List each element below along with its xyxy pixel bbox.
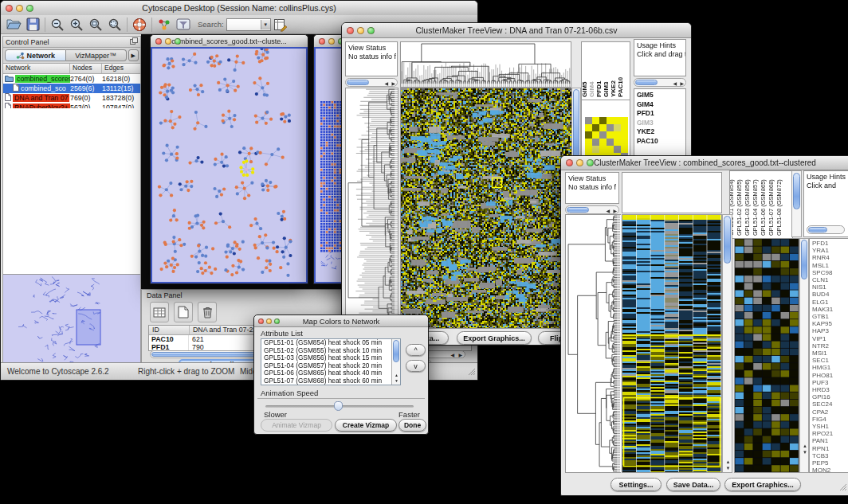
scroll-down-icon[interactable]: ▼ [803,450,807,455]
gene-label[interactable]: HRD3 [810,386,848,393]
save-data-button[interactable]: Save Data... [666,478,720,491]
heatmap-vscrollbar[interactable]: ▲ ▼ [722,214,732,473]
attribute-list-item[interactable]: GPL51-07 (GSM868) heat shock 60 min [261,377,400,385]
scrollbar-thumb[interactable] [793,173,800,209]
close-button[interactable] [347,27,354,34]
search-input[interactable]: ▼ [226,18,271,31]
col-id[interactable]: ID [149,326,190,334]
gene-label[interactable]: GIM3 [634,119,685,128]
scroll-left-icon[interactable]: ◀ [384,81,388,86]
column-dendrogram-canvas[interactable] [401,42,571,87]
animate-vizmap-button[interactable]: Animate Vizmap [261,419,332,432]
col-network[interactable]: Network [3,64,70,73]
gene-label[interactable]: GTB1 [810,313,848,320]
gene-label[interactable]: BUD4 [810,291,848,298]
cluster-vscrollbar[interactable]: ▲ ▼ [799,238,809,473]
gene-label[interactable]: MSL1 [810,262,848,269]
tab-vizmapper[interactable]: VizMapper™ [66,49,127,61]
scroll-left-icon[interactable]: ◀ [450,353,454,357]
similarity-matrix[interactable] [585,117,628,160]
scroll-down-icon[interactable]: ▼ [395,379,398,383]
close-button[interactable] [566,159,573,166]
zoom-fit-icon[interactable] [86,16,105,33]
gene-label[interactable]: SEC24 [810,400,848,408]
close-button[interactable] [258,318,264,324]
scroll-down-icon[interactable]: ▼ [726,466,731,471]
gene-label[interactable]: HAP3 [810,327,848,334]
usage-hints-scrollbar[interactable] [807,225,845,234]
heatmap-canvas[interactable] [622,215,721,472]
network-view-titlebar[interactable]: combined_scores_good.txt--cluste... [151,35,308,48]
minimize-button[interactable] [357,27,364,34]
col-edges[interactable]: Edges [102,64,140,73]
gene-label[interactable]: PFD1 [634,109,685,119]
move-up-button[interactable]: ^ [406,344,426,356]
network-row[interactable]: combined_scores2764(0)16218(0) [3,74,140,84]
gene-label[interactable]: NIS1 [810,283,848,291]
zoom-button[interactable] [175,38,181,45]
save-session-button[interactable] [23,16,42,33]
gene-label[interactable]: ELG1 [810,299,848,306]
settings-button[interactable]: Settings... [610,478,662,491]
scrollbar-thumb[interactable] [567,207,589,213]
scroll-left-icon[interactable]: ◀ [606,209,610,213]
export-graphics-button[interactable]: Export Graphics... [457,331,532,345]
zoom-selected-icon[interactable] [105,16,124,33]
gene-label[interactable]: PEP5 [810,459,848,467]
export-graphics-button[interactable]: Export Graphics... [724,478,801,491]
resize-grip[interactable] [467,367,476,378]
scroll-left-icon[interactable]: ◀ [673,81,677,86]
zoom-button[interactable] [587,159,594,166]
view-status-scrollbar[interactable]: ◀ ▶ [345,78,398,87]
delete-attribute-icon[interactable] [198,302,217,322]
scrollbar-thumb[interactable] [808,227,827,232]
main-titlebar[interactable]: Cytoscape Desktop (Session Name: collins… [1,1,477,16]
select-attributes-icon[interactable] [150,302,169,322]
birdseye-view[interactable] [3,274,140,369]
gene-label[interactable]: PAN1 [810,437,848,444]
minimize-button[interactable] [165,38,171,45]
gene-label[interactable]: RPO21 [810,430,848,437]
scroll-right-icon[interactable]: ▶ [391,81,395,86]
slider-thumb[interactable] [334,401,343,411]
close-button[interactable] [6,5,13,12]
gene-label[interactable]: GIM4 [634,100,685,110]
treeview-titlebar[interactable]: ClusterMaker TreeView : DNA and Tran 07-… [342,23,691,38]
row-dendrogram-canvas[interactable] [566,215,620,472]
scroll-right-icon[interactable]: ▶ [458,353,462,357]
minimize-button[interactable] [328,38,335,45]
cluster-heatmap-canvas[interactable] [735,239,799,472]
new-attribute-icon[interactable] [174,302,193,322]
gene-label[interactable]: NTR2 [810,342,848,350]
help-icon[interactable] [130,16,149,33]
treeview-titlebar[interactable]: ClusterMaker TreeView : combined_scores_… [561,156,848,170]
gene-label[interactable]: YSH1 [810,423,848,430]
row-dendrogram[interactable] [565,214,621,473]
zoom-button[interactable] [367,27,375,34]
dialog-titlebar[interactable]: Map Colors to Network [254,315,428,327]
scroll-right-icon[interactable]: ▶ [680,81,684,86]
close-button[interactable] [155,38,162,45]
search-dropdown-arrow[interactable]: ▼ [261,20,270,29]
selected-cluster-heatmap[interactable] [734,238,799,473]
heatmap[interactable] [622,214,722,473]
heatmap[interactable] [400,88,572,329]
tab-overflow-arrow[interactable]: ▶ [128,49,139,61]
view-status-scrollbar[interactable]: ◀ ▶ [565,205,619,214]
zoom-out-icon[interactable] [48,16,67,33]
gene-label[interactable]: SPC98 [810,269,848,276]
create-vizmap-button[interactable]: Create Vizmap [335,419,397,432]
gene-label[interactable]: VIP1 [810,335,848,342]
zoom-button[interactable] [274,318,280,324]
gene-label[interactable]: RPN1 [810,445,848,452]
column-dendrogram[interactable] [400,41,571,88]
gene-label[interactable]: PAC10 [634,137,685,147]
heatmap-canvas[interactable] [401,88,571,328]
network-row[interactable]: DNA and Tran 07769(0)183728(0) [3,93,140,103]
tab-network[interactable]: Network [5,49,66,61]
scroll-up-icon[interactable]: ▲ [726,459,731,464]
close-button[interactable] [319,38,325,45]
minimize-button[interactable] [576,159,583,166]
network-row[interactable]: combined_sco2569(6)13112(15) [3,84,140,93]
zoom-button[interactable] [26,5,33,12]
